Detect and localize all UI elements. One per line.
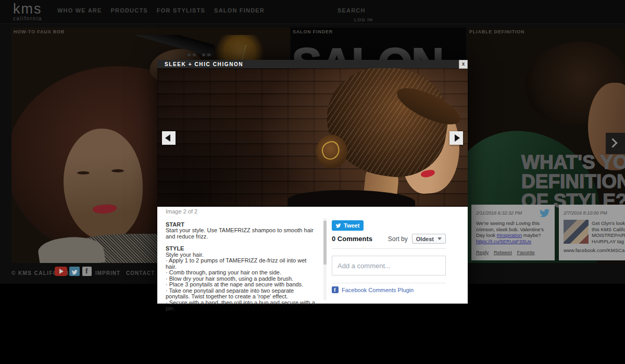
style-text-line2: DEFINITION (521, 172, 625, 191)
model-eye-right (111, 169, 124, 172)
tweet-button[interactable]: Tweet (332, 220, 364, 231)
carousel-dot[interactable] (188, 54, 191, 56)
instructions-scrollbar[interactable] (323, 218, 327, 300)
footer-link-imprint[interactable]: IMPRINT (95, 270, 120, 276)
instructions-panel: Image 2 of 2 START Start your style. Use… (166, 209, 319, 312)
tweet-timestamp: 2/11/2016 6:32:32 PM (476, 210, 522, 216)
tile-howto-label: HOW-TO FAUX BOB (14, 29, 65, 34)
kms-california-page: kms california WHO WE ARE PRODUCTS FOR S… (0, 0, 625, 364)
style-step: · Take one ponytail and separate into tw… (166, 288, 319, 300)
tweet-retweet-link[interactable]: Retweet (494, 249, 512, 255)
kms-logo-subtext: california (13, 16, 42, 21)
comments-count: 0 Comments (332, 235, 372, 243)
tweet-button-label: Tweet (344, 222, 359, 229)
chevron-right-icon (608, 138, 617, 147)
facebook-post-line2: this KMS Californi (592, 227, 625, 233)
style-step: · Secure with a band, then roll into a b… (166, 300, 319, 312)
arrow-right-icon (455, 134, 460, 142)
style-step: · Comb through, parting your hair on the… (166, 270, 319, 276)
scrollbar-thumb[interactable] (323, 221, 327, 265)
top-navigation-bar: kms california WHO WE ARE PRODUCTS FOR S… (0, 0, 625, 24)
facebook-icon[interactable] (82, 267, 92, 276)
style-heading: STYLE (166, 246, 319, 252)
facebook-post-link[interactable]: www.facebook.com/KMSCa... (564, 247, 625, 253)
facebook-post-line3: MOISTREPAIR an (592, 232, 625, 239)
nav-item-salon-finder[interactable]: SALON FINDER (214, 7, 265, 14)
nav-item-for-stylists[interactable]: FOR STYLISTS (157, 7, 205, 14)
modal-header: SLEEK + CHIC CHIGNON (157, 60, 468, 68)
tile-pliable-label: PLIABLE DEFINITION (469, 29, 524, 34)
kms-logo[interactable]: kms california (13, 3, 42, 21)
twitter-bird-glyph (70, 269, 79, 275)
style-step: · Apply 1 to 2 pumps of TAMEFRIZZ de-fri… (166, 258, 319, 270)
nav-item-who-we-are[interactable]: WHO WE ARE (57, 7, 102, 14)
search-link[interactable]: SEARCH (338, 7, 366, 14)
image-counter: Image 2 of 2 (166, 209, 319, 215)
facebook-logo-icon (332, 286, 339, 293)
carousel-dot[interactable] (207, 54, 210, 56)
twitter-bird-icon (538, 208, 551, 219)
comments-panel: Tweet 0 Comments Sort by Oldest (331, 207, 446, 304)
youtube-icon[interactable] (55, 267, 67, 276)
twitter-icon[interactable] (69, 267, 80, 276)
style-step: · Place 3 ponytails at the nape and secu… (166, 282, 319, 288)
close-icon[interactable]: x (459, 60, 468, 69)
carousel-dot[interactable] (202, 54, 205, 56)
arrow-left-icon (165, 134, 170, 142)
add-comment-input[interactable] (332, 256, 446, 275)
carousel-dots (188, 54, 210, 56)
main-nav-links: WHO WE ARE PRODUCTS FOR STYLISTS SALON F… (57, 7, 265, 14)
facebook-post-line1: Get Glyn's look wit (592, 220, 625, 227)
divider (332, 283, 446, 283)
facebook-post-thumbnail (564, 220, 589, 244)
tweet-actions: Reply Retweet Favorite (476, 249, 539, 255)
caret-down-icon (438, 237, 442, 240)
divider (332, 248, 446, 249)
modal-body: Image 2 of 2 START Start your style. Use… (157, 207, 468, 304)
facebook-post-timestamp: 2/7/2016 8:10:00 PM (564, 210, 607, 216)
sort-dropdown-value: Oldest (416, 236, 434, 242)
modal-title: SLEEK + CHIC CHIGNON (165, 61, 243, 67)
tweet-text-after: maybe? (523, 232, 541, 238)
carousel-dot[interactable] (193, 54, 196, 56)
sort-by-label: Sort by (388, 235, 408, 243)
tweet-reply-link[interactable]: Reply (476, 249, 489, 255)
start-body: Start your style. Use TAMEFRIZZ shampoo … (166, 228, 319, 240)
chignon-photo (157, 68, 468, 207)
twitter-bird-icon (335, 223, 342, 229)
tweet-text: We're seeing red! Loving this crimson, s… (476, 220, 551, 244)
login-link[interactable]: LOG IN (354, 17, 373, 22)
style-text-line1: WHAT'S YOUR (521, 153, 625, 172)
facebook-feed-card: 2/7/2016 8:10:00 PM Get Glyn's look wit … (559, 205, 625, 260)
next-image-button[interactable] (449, 131, 463, 145)
tweet-hashtag-link[interactable]: #inspiration (497, 232, 522, 238)
tweet-favorite-link[interactable]: Favorite (517, 249, 534, 255)
model-eye-left (77, 171, 90, 174)
kms-logo-text: kms (13, 3, 42, 16)
facebook-post-text: Get Glyn's look wit this KMS Californi M… (592, 220, 625, 244)
tweet-url-link[interactable]: https://t.co/5ERUqFS5Ux (476, 239, 531, 244)
facebook-post-line4: HAIRPLAY tag tea (592, 239, 625, 245)
facebook-comments-plugin-link[interactable]: Facebook Comments Plugin (332, 286, 414, 293)
chignon-bun (316, 135, 347, 168)
sort-dropdown[interactable]: Oldest (412, 234, 446, 244)
facebook-plugin-label: Facebook Comments Plugin (342, 287, 414, 293)
definition-of-style-text: WHAT'S YOUR DEFINITION OF STYLE? (521, 153, 625, 210)
previous-image-button[interactable] (162, 131, 176, 145)
youtube-play-glyph (59, 269, 66, 274)
tile-salon-finder-label: SALON FINDER (293, 29, 333, 34)
footer-link-contact[interactable]: CONTACT (126, 270, 155, 276)
twitter-feed-card: 2/11/2016 6:32:32 PM We're seeing red! L… (471, 205, 555, 260)
gold-hair-accessory (319, 139, 342, 162)
howto-lightbox-modal: SLEEK + CHIC CHIGNON x (157, 60, 468, 304)
comments-header-row: 0 Comments Sort by Oldest (332, 234, 446, 244)
nav-item-products[interactable]: PRODUCTS (111, 7, 148, 14)
sort-group: Sort by Oldest (388, 234, 446, 244)
carousel-next-button[interactable] (606, 133, 625, 154)
